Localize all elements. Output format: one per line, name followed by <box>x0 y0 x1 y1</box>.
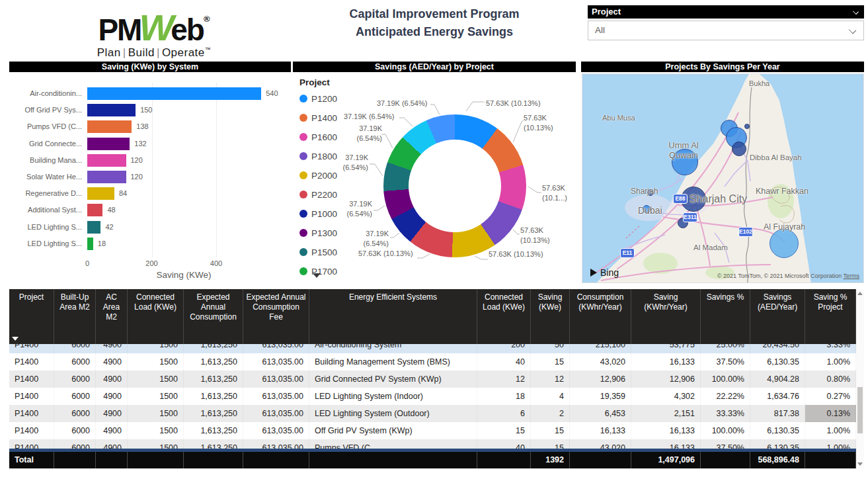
table-cell[interactable]: 6000 <box>54 422 96 439</box>
table-row[interactable]: P14006000490015001,613,250613,035.00Buil… <box>9 353 856 371</box>
table-cell[interactable]: 1,613,250 <box>184 344 243 353</box>
table-cell[interactable]: 100.00% <box>701 422 750 439</box>
table-cell[interactable]: 6,453 <box>570 405 631 422</box>
table-cell[interactable]: 4,904.28 <box>750 371 805 388</box>
project-slicer-header[interactable]: Project <box>588 5 864 19</box>
table-cell[interactable]: 613,035.00 <box>243 422 309 439</box>
bar[interactable] <box>87 204 102 216</box>
table-cell[interactable]: 25.00% <box>701 344 750 353</box>
table-cell[interactable]: 6000 <box>54 388 96 405</box>
table-cell[interactable]: 2,151 <box>631 405 701 422</box>
table-cell[interactable]: 613,035.00 <box>243 405 309 422</box>
table-cell[interactable]: 4900 <box>96 353 128 371</box>
column-header[interactable]: Consumption (KWhr/Year) <box>570 289 631 344</box>
bar[interactable] <box>87 221 100 234</box>
table-cell[interactable]: 37.50% <box>701 353 750 371</box>
column-header[interactable]: Connected Load (KWe) <box>128 289 184 344</box>
column-header[interactable]: Connected Load (KWe) <box>477 289 531 344</box>
column-header[interactable]: Energy Efficient Systems <box>309 289 477 344</box>
table-cell[interactable]: 1500 <box>128 422 184 439</box>
table-cell[interactable]: 16,133 <box>570 422 631 439</box>
table-cell[interactable]: 16,133 <box>631 422 701 439</box>
column-header[interactable]: Savings % <box>701 289 750 344</box>
column-header[interactable]: Saving (KWe) <box>531 289 570 344</box>
bar[interactable] <box>87 120 132 133</box>
table-cell[interactable]: P1400 <box>9 388 54 405</box>
bar[interactable] <box>87 171 126 183</box>
table-cell[interactable]: 12 <box>531 371 570 388</box>
table-cell[interactable]: 12,906 <box>631 371 701 388</box>
table-cell[interactable]: 613,035.00 <box>243 344 309 353</box>
column-header[interactable]: Expected Annual Consumption <box>184 289 243 344</box>
table-cell[interactable]: 22.22% <box>701 388 750 405</box>
table-cell[interactable]: 0.13% <box>805 405 856 422</box>
table-cell[interactable]: 15 <box>477 422 531 439</box>
table-cell[interactable]: 19,359 <box>570 388 631 405</box>
table-cell[interactable]: 4900 <box>96 371 128 388</box>
table-cell[interactable]: 1,613,250 <box>184 353 243 371</box>
slicer-collapse-chevron-icon[interactable] <box>853 9 859 15</box>
table-row[interactable]: P14006000490015001,613,250613,035.00LED … <box>9 388 856 405</box>
table-cell[interactable]: 4900 <box>96 422 128 439</box>
table-cell[interactable]: 1500 <box>128 371 184 388</box>
table-cell[interactable]: 18 <box>477 388 531 405</box>
project-bubble[interactable] <box>769 229 799 258</box>
table-cell[interactable]: 2 <box>531 405 570 422</box>
table-cell[interactable]: LED Lighting System (Indoor) <box>309 388 477 405</box>
table-cell[interactable]: 613,035.00 <box>243 388 309 405</box>
table-cell[interactable]: Grid Connected PV System (KWp) <box>309 371 477 388</box>
table-cell[interactable]: 817.38 <box>750 405 805 422</box>
table-scrollbar[interactable] <box>856 289 864 468</box>
table-row[interactable]: P14006000490015001,613,250613,035.00LED … <box>9 405 856 422</box>
table-cell[interactable]: 4900 <box>96 405 128 422</box>
scroll-down-icon[interactable] <box>857 462 863 466</box>
table-cell[interactable]: 6000 <box>54 371 96 388</box>
table-cell[interactable]: 3.33% <box>805 344 856 353</box>
column-header[interactable]: AC Area M2 <box>96 289 128 344</box>
table-cell[interactable]: 1500 <box>128 388 184 405</box>
table-cell[interactable]: P1400 <box>9 422 54 439</box>
table-row[interactable]: P14006000490015001,613,250613,035.00Grid… <box>9 371 856 388</box>
table-cell[interactable]: 6 <box>477 405 531 422</box>
table-cell[interactable]: 6,130.35 <box>750 353 805 371</box>
bar[interactable] <box>87 138 130 150</box>
table-cell[interactable]: 12 <box>477 371 531 388</box>
table-cell[interactable]: 43,020 <box>570 353 631 371</box>
table-cell[interactable]: 0.27% <box>805 388 856 405</box>
table-cell[interactable]: 40 <box>477 353 531 371</box>
project-bubble[interactable] <box>744 124 750 129</box>
table-cell[interactable]: Air-conditioning System <box>309 344 477 353</box>
table-cell[interactable]: 4 <box>531 388 570 405</box>
table-cell[interactable]: Off Grid PV System (KWp) <box>309 422 477 439</box>
donut-chart[interactable] <box>383 114 526 257</box>
table-cell[interactable]: 50 <box>531 344 570 353</box>
table-cell[interactable]: 33.33% <box>701 405 750 422</box>
table-cell[interactable]: 1.00% <box>805 353 856 371</box>
table-cell[interactable]: 6000 <box>54 353 96 371</box>
table-cell[interactable]: 613,035.00 <box>243 353 309 371</box>
table-cell[interactable]: 1.00% <box>805 422 856 439</box>
table-cell[interactable]: 1,634.76 <box>750 388 805 405</box>
table-cell[interactable]: 53,775 <box>631 344 701 353</box>
project-bubble[interactable] <box>732 142 746 156</box>
bar[interactable] <box>87 154 126 167</box>
table-cell[interactable]: 215,100 <box>570 344 631 353</box>
table-cell[interactable]: 1,613,250 <box>184 422 243 439</box>
table-row[interactable]: P14006000490015001,613,250613,035.00Off … <box>9 422 856 439</box>
dropdown-chevron-icon[interactable] <box>849 26 856 34</box>
bing-logo[interactable]: Bing <box>590 267 619 278</box>
column-header[interactable]: Project <box>9 289 54 344</box>
table-cell[interactable]: 6,130.35 <box>750 422 805 439</box>
table-cell[interactable]: P1400 <box>9 405 54 422</box>
column-header[interactable]: Savings (AED/Year) <box>750 289 805 344</box>
bar[interactable] <box>87 104 136 116</box>
table-cell[interactable]: Building Management System (BMS) <box>309 353 477 371</box>
table-cell[interactable]: P1400 <box>9 371 54 388</box>
map[interactable]: E88E311E102E11BukhaAbu MusaUmm Al Quwain… <box>582 73 864 283</box>
table-cell[interactable]: 1,613,250 <box>184 371 243 388</box>
table-cell[interactable]: LED Lighting System (Outdoor) <box>309 405 477 422</box>
table-cell[interactable]: 1500 <box>128 344 184 353</box>
table-cell[interactable]: 1,613,250 <box>184 405 243 422</box>
project-slicer-dropdown[interactable]: All <box>588 21 864 40</box>
table-cell[interactable]: 6000 <box>54 405 96 422</box>
